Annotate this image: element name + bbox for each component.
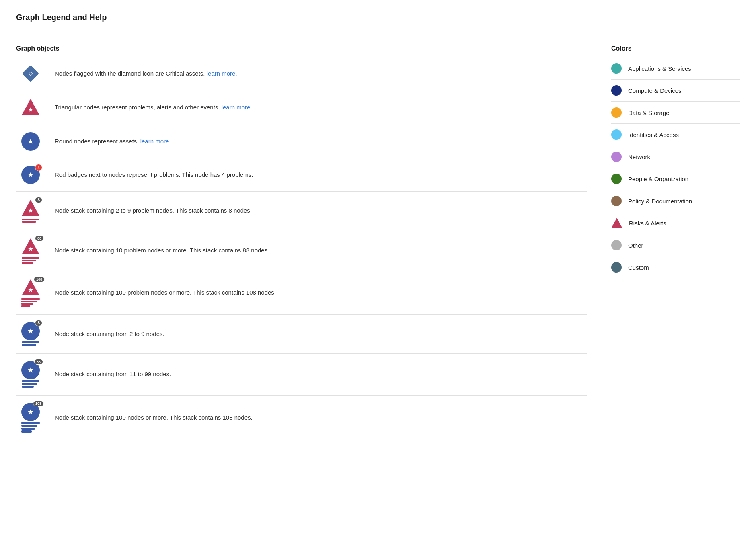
- color-label-policy: Policy & Documentation: [628, 198, 692, 205]
- circle-stack-line-8-2: [22, 344, 36, 346]
- colors-header: Colors: [611, 45, 740, 52]
- circle-stack-88-inner: ★ 88: [21, 361, 40, 379]
- badge-88-circle: 88: [34, 359, 43, 365]
- circle-stack-108-wrapper: ★ 108: [21, 403, 40, 433]
- badge-8-circle: 8: [35, 320, 42, 326]
- circle-stack-8-star: ★: [27, 327, 34, 336]
- circle-stack-line-88-1: [22, 380, 39, 382]
- stack-line-108-4: [21, 305, 30, 307]
- circle-stack-line-108-3: [21, 428, 35, 430]
- graph-objects-section: Graph objects ◇ Nodes flagged with the d…: [16, 45, 587, 440]
- graph-item-triangle-stack-108: ★ 108 Node stack containing 100 problem …: [16, 271, 587, 315]
- badge-108-triangle: 108: [34, 277, 45, 282]
- color-dot-data: [611, 107, 622, 118]
- graph-item-diamond: ◇ Nodes flagged with the diamond icon ar…: [16, 57, 587, 90]
- triangle-item-text: Triangular nodes represent problems, ale…: [55, 103, 587, 112]
- graph-item-circle-stack-8: ★ 8 Node stack containing from 2 to 9 no…: [16, 315, 587, 354]
- circle-stack-8-wrapper: ★ 8: [21, 322, 40, 346]
- color-dot-people: [611, 174, 622, 184]
- color-item-identities: Identities & Access: [611, 124, 740, 146]
- svg-text:★: ★: [28, 207, 33, 214]
- svg-text:★: ★: [28, 106, 33, 113]
- main-divider: [16, 32, 740, 32]
- circle-stack-108-lines: [21, 422, 40, 433]
- color-triangle-risks: [611, 218, 622, 228]
- circle-stack-88-icon-cell: ★ 88: [16, 361, 45, 388]
- svg-text:★: ★: [28, 246, 33, 252]
- triangle-icon-cell: ★: [16, 97, 45, 117]
- circle-stack-108-icon-cell: ★ 108: [16, 403, 45, 433]
- triangle-stack-88-wrapper: ★ 88: [21, 238, 41, 264]
- diamond-icon-cell: ◇: [16, 65, 45, 82]
- color-dot-policy: [611, 196, 622, 206]
- circle-learn-more-link[interactable]: learn more.: [140, 138, 171, 145]
- stack-line-88-2: [22, 260, 36, 261]
- color-dot-app-services: [611, 63, 622, 74]
- graph-item-circle: ★ Round nodes represent assets, learn mo…: [16, 125, 587, 158]
- triangle-icon: ★: [21, 97, 41, 117]
- circle-stack-line-88-3: [22, 386, 34, 388]
- circle-stack-8-text: Node stack containing from 2 to 9 nodes.: [55, 330, 587, 339]
- color-label-people: People & Organization: [628, 176, 688, 182]
- graph-item-circle-stack-108: ★ 108 Node stack containing 100 nodes or…: [16, 396, 587, 440]
- graph-item-circle-stack-88: ★ 88 Node stack containing from 11 to 99…: [16, 354, 587, 396]
- badge-4: 4: [35, 164, 42, 171]
- circle-stack-108-text: Node stack containing 100 nodes or more.…: [55, 413, 587, 422]
- color-item-data: Data & Storage: [611, 102, 740, 124]
- badge-88-triangle: 88: [35, 236, 44, 241]
- colors-section: Colors Applications & Services Compute &…: [611, 45, 740, 278]
- triangle-stack-8-inner: ★ 8: [21, 199, 41, 218]
- svg-text:◇: ◇: [29, 70, 33, 76]
- color-label-network: Network: [628, 154, 650, 160]
- triangle-learn-more-link[interactable]: learn more.: [222, 104, 252, 111]
- color-dot-network: [611, 152, 622, 162]
- color-label-risks: Risks & Alerts: [629, 220, 666, 227]
- graph-objects-header: Graph objects: [16, 45, 587, 52]
- circle-badge-node: ★ 4: [21, 166, 40, 184]
- circle-stack-88-lines: [22, 380, 39, 388]
- circle-badge-star: ★: [27, 170, 34, 179]
- triangle-stack-88-text: Node stack containing 10 problem nodes o…: [55, 246, 587, 255]
- stack-line-1: [22, 219, 39, 220]
- color-label-app-services: Applications & Services: [628, 65, 691, 72]
- color-label-data: Data & Storage: [628, 109, 670, 116]
- circle-stack-8-inner: ★ 8: [21, 322, 40, 340]
- triangle-stack-108-wrapper: ★ 108: [21, 279, 41, 307]
- stack-line-2: [22, 221, 36, 223]
- badge-8-triangle: 8: [35, 197, 42, 203]
- triangle-stack-8-wrapper: ★ 8: [21, 199, 41, 223]
- triangle-stack-8-text: Node stack containing 2 to 9 problem nod…: [55, 206, 587, 215]
- circle-stack-88-star: ★: [27, 366, 34, 375]
- triangle-stack-88-icon-cell: ★ 88: [16, 238, 45, 264]
- circle-star: ★: [27, 137, 34, 146]
- triangle-stack-108-lines: [21, 298, 40, 307]
- triangle-stack-8-lines: [22, 219, 39, 223]
- stack-line-88-3: [22, 262, 33, 264]
- color-label-identities: Identities & Access: [628, 131, 679, 138]
- color-dot-custom: [611, 262, 622, 273]
- color-label-compute: Compute & Devices: [628, 87, 682, 94]
- stack-line-108-1: [21, 298, 40, 300]
- triangle-stack-108-text: Node stack containing 100 problem nodes …: [55, 288, 587, 297]
- circle-badge-icon-cell: ★ 4: [16, 166, 45, 184]
- circle-stack-line-108-1: [21, 422, 40, 424]
- color-item-risks: Risks & Alerts: [611, 212, 740, 234]
- stack-line-108-3: [21, 303, 33, 305]
- stack-line-108-2: [21, 301, 37, 302]
- color-dot-identities: [611, 129, 622, 140]
- color-item-network: Network: [611, 146, 740, 168]
- circle-stack-line-108-2: [21, 425, 37, 427]
- color-item-other: Other: [611, 234, 740, 256]
- circle-stack-108-star: ★: [27, 408, 34, 416]
- circle-stack-8-icon-cell: ★ 8: [16, 322, 45, 346]
- diamond-learn-more-link[interactable]: learn more.: [207, 70, 237, 77]
- circle-stack-88-wrapper: ★ 88: [21, 361, 40, 388]
- circle-item-text: Round nodes represent assets, learn more…: [55, 137, 587, 146]
- color-dot-compute: [611, 85, 622, 96]
- color-item-custom: Custom: [611, 256, 740, 278]
- stack-line-88-1: [22, 257, 39, 259]
- triangle-stack-88-lines: [22, 257, 39, 264]
- triangle-stack-88-inner: ★ 88: [21, 238, 41, 256]
- circle-stack-line-108-4: [21, 430, 32, 433]
- circle-stack-line-88-2: [22, 383, 37, 385]
